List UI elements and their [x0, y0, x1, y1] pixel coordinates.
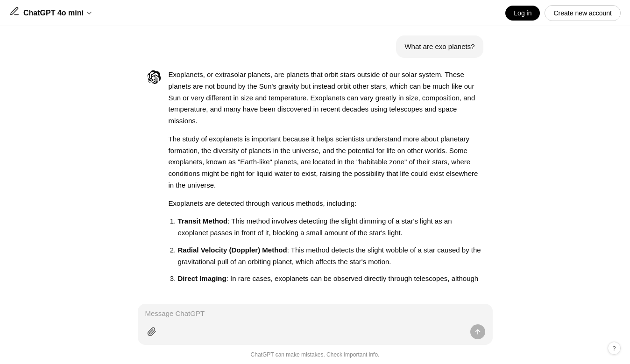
attach-button[interactable]	[145, 325, 158, 338]
method-title-3: Direct Imaging	[178, 274, 227, 282]
method-title-2: Radial Velocity (Doppler) Method	[178, 246, 287, 254]
chat-area: What are exo planets? Exoplanets, or ext…	[0, 26, 630, 298]
user-text: What are exo planets?	[404, 42, 474, 50]
assistant-content: Exoplanets, or extrasolar planets, are p…	[169, 69, 483, 290]
header-left[interactable]: ChatGPT 4o mini	[9, 6, 93, 20]
model-selector[interactable]: ChatGPT 4o mini	[23, 7, 93, 19]
assistant-para-1: Exoplanets, or extrasolar planets, are p…	[169, 69, 483, 127]
detection-methods-list: Transit Method: This method involves det…	[169, 216, 483, 285]
header-right: Log in Create new account	[505, 5, 621, 21]
assistant-message: Exoplanets, or extrasolar planets, are p…	[147, 69, 483, 290]
edit-icon[interactable]	[9, 6, 20, 20]
list-item-1: Transit Method: This method involves det…	[178, 216, 483, 239]
chevron-down-icon	[85, 9, 93, 17]
message-input[interactable]	[145, 309, 485, 321]
user-bubble: What are exo planets?	[396, 35, 483, 58]
input-toolbar	[145, 324, 485, 339]
method-text-3: : In rare cases, exoplanets can be obser…	[227, 274, 479, 282]
paperclip-icon	[147, 327, 156, 336]
assistant-para-3: Exoplanets are detected through various …	[169, 198, 483, 210]
header: ChatGPT 4o mini Log in Create new accoun…	[0, 0, 630, 26]
list-item-2: Radial Velocity (Doppler) Method: This m…	[178, 245, 483, 268]
send-button[interactable]	[470, 324, 485, 339]
model-name: ChatGPT 4o mini	[23, 7, 84, 19]
disclaimer-text: ChatGPT can make mistakes. Check importa…	[251, 351, 380, 358]
chatgpt-logo-icon	[147, 70, 161, 84]
messages-container: What are exo planets? Exoplanets, or ext…	[138, 35, 493, 298]
list-item-3: Direct Imaging: In rare cases, exoplanet…	[178, 273, 483, 285]
input-container	[138, 304, 493, 345]
send-icon	[474, 328, 481, 336]
assistant-para-2: The study of exoplanets is important bec…	[169, 133, 483, 191]
login-button[interactable]: Log in	[505, 6, 540, 21]
input-area	[0, 298, 630, 348]
method-title-1: Transit Method	[178, 217, 228, 225]
signup-button[interactable]: Create new account	[545, 5, 621, 21]
footer-disclaimer: ChatGPT can make mistakes. Check importa…	[0, 348, 630, 364]
user-message: What are exo planets?	[147, 35, 483, 58]
help-button[interactable]: ?	[608, 342, 621, 355]
